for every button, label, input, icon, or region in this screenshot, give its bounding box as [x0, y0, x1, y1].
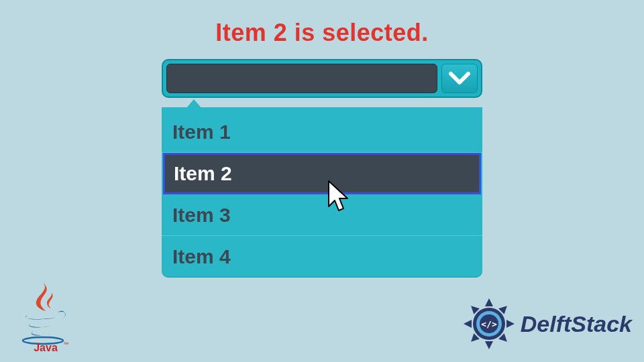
list-item[interactable]: Item 3: [162, 194, 482, 236]
delftstack-logo-text: DelftStack: [521, 311, 632, 337]
list-item[interactable]: Item 1: [162, 111, 482, 153]
combobox[interactable]: [162, 59, 482, 98]
svg-text:™: ™: [63, 341, 68, 347]
svg-marker-5: [506, 320, 515, 328]
combobox-value-field[interactable]: [166, 64, 437, 93]
chevron-down-icon: [448, 71, 471, 86]
list-item[interactable]: Item 2: [163, 153, 481, 194]
java-logo: Java ™: [16, 279, 75, 355]
svg-marker-4: [464, 320, 472, 328]
svg-marker-3: [485, 341, 493, 349]
delftstack-emblem-icon: </>: [462, 296, 517, 351]
java-logo-text: Java: [34, 342, 58, 353]
delftstack-logo: </> DelftStack: [462, 296, 632, 351]
svg-text:</>: </>: [481, 319, 497, 329]
combobox-dropdown-button[interactable]: [441, 64, 478, 93]
list-item[interactable]: Item 4: [162, 236, 482, 278]
selection-status-heading: Item 2 is selected.: [0, 19, 644, 47]
combobox-dropdown-list: Item 1 Item 2 Item 3 Item 4: [162, 107, 482, 278]
svg-marker-2: [485, 298, 493, 306]
